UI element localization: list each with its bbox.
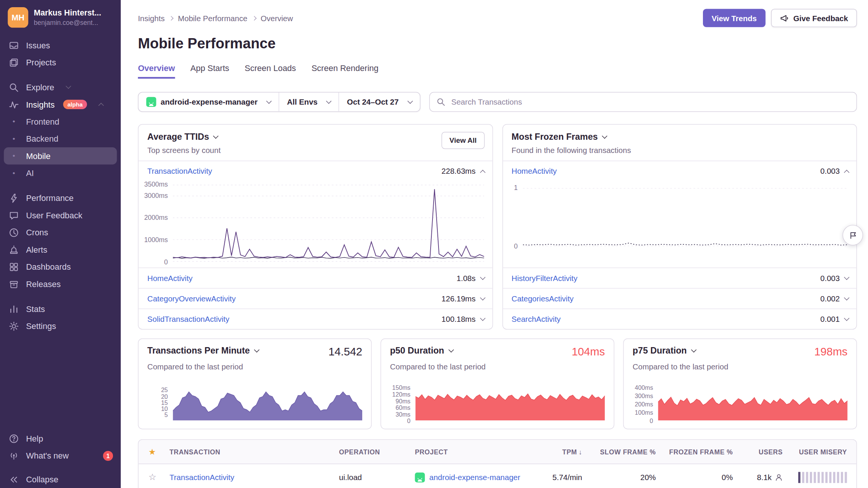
chevron-up-icon <box>99 103 104 108</box>
chevron-down-icon[interactable] <box>254 347 259 352</box>
project-link[interactable]: android-expense-manager <box>429 473 520 482</box>
column-transaction[interactable]: TRANSACTION <box>170 448 339 456</box>
sidebar-item-performance[interactable]: Performance <box>0 190 121 207</box>
sidebar-item-insights[interactable]: Insights alpha <box>0 96 121 113</box>
date-range-filter[interactable]: Oct 24–Oct 27 <box>338 93 420 111</box>
sidebar-item-alerts[interactable]: Alerts <box>0 241 121 258</box>
tab-screen-loads[interactable]: Screen Loads <box>245 63 296 79</box>
column-user-misery[interactable]: USER MISERY <box>783 448 856 456</box>
transaction-link[interactable]: HomeActivity <box>147 273 193 282</box>
frozen-y-axis: 10 <box>503 188 523 246</box>
chevron-down-icon[interactable] <box>213 133 219 139</box>
sidebar-subitem-label: Mobile <box>26 151 51 161</box>
users-cell: 8.1k <box>733 473 783 482</box>
breadcrumb-mobile-performance[interactable]: Mobile Performance <box>178 14 247 22</box>
frozen-value: 0.003 <box>820 167 840 175</box>
sidebar-item-help[interactable]: Help <box>0 430 121 447</box>
search-input[interactable] <box>450 97 850 107</box>
tpm-card-subtitle: Compared to the last period <box>147 362 362 371</box>
ttid-row-solidtransactionactivity[interactable]: SolidTransactionActivity 100.18ms <box>139 309 492 329</box>
transaction-link[interactable]: HomeActivity <box>511 167 557 175</box>
sidebar-item-releases[interactable]: Releases <box>0 275 121 292</box>
sort-arrow-icon: ↓ <box>579 448 582 456</box>
ttid-value: 1.08s <box>457 273 476 282</box>
broadcast-icon <box>9 451 19 460</box>
ttid-row-homeactivity[interactable]: HomeActivity 1.08s <box>139 267 492 288</box>
view-trends-button[interactable]: View Trends <box>703 9 766 27</box>
frozen-row-historyfilteractivity[interactable]: HistoryFilterActivity 0.003 <box>503 267 856 288</box>
chevron-right-icon <box>169 15 173 20</box>
transaction-link[interactable]: CategoriesActivity <box>511 294 573 303</box>
sidebar-item-ai[interactable]: • AI <box>4 165 117 182</box>
transaction-link[interactable]: CategoryOverviewActivity <box>147 294 236 303</box>
give-feedback-button[interactable]: Give Feedback <box>771 9 857 27</box>
sidebar-item-user-feedback[interactable]: User Feedback <box>0 207 121 224</box>
chevron-down-icon <box>326 98 332 104</box>
sidebar-item-label: Alerts <box>26 245 47 254</box>
search-transactions-box[interactable] <box>429 92 857 112</box>
star-icon: ★ <box>139 447 170 457</box>
sidebar-subitem-label: AI <box>26 168 34 178</box>
releases-icon <box>9 279 19 289</box>
sidebar-subitem-label: Frontend <box>26 117 59 126</box>
chevron-down-icon[interactable] <box>691 347 697 352</box>
bullet-icon: • <box>9 169 19 177</box>
ttid-value: 228.63ms <box>442 167 476 175</box>
sidebar-item-projects[interactable]: Projects <box>0 54 121 71</box>
chevron-down-icon[interactable] <box>448 347 454 352</box>
transaction-link[interactable]: TransactionActivity <box>147 167 212 175</box>
project-filter[interactable]: android-expense-manager <box>139 93 279 111</box>
tab-screen-rendering[interactable]: Screen Rendering <box>312 63 378 79</box>
p50-chart[interactable] <box>415 388 605 421</box>
sidebar-nav: Issues Projects Explore Insights alpha •… <box>0 37 121 335</box>
frozen-row-searchactivity[interactable]: SearchActivity 0.001 <box>503 309 856 329</box>
column-operation[interactable]: OPERATION <box>339 448 415 456</box>
environment-filter[interactable]: All Envs <box>279 93 339 111</box>
sidebar-item-crons[interactable]: Crons <box>0 224 121 241</box>
sidebar-item-whats-new[interactable]: What's new 1 <box>0 447 121 464</box>
frozen-frames-chart[interactable] <box>523 188 847 246</box>
transaction-link[interactable]: SearchActivity <box>511 315 561 323</box>
sidebar-item-issues[interactable]: Issues <box>0 37 121 54</box>
tpm-card: Transactions Per Minute 14.542 Compared … <box>138 338 372 429</box>
breadcrumb-overview[interactable]: Overview <box>261 14 293 22</box>
star-outline-icon[interactable]: ☆ <box>139 472 170 482</box>
breadcrumb-insights[interactable]: Insights <box>138 14 165 22</box>
p75-chart[interactable] <box>658 388 848 421</box>
sidebar-item-label: Issues <box>26 40 50 50</box>
frozen-row-categoriesactivity[interactable]: CategoriesActivity 0.002 <box>503 288 856 309</box>
sidebar-item-settings[interactable]: Settings <box>0 317 121 334</box>
tpm-chart[interactable] <box>173 388 363 421</box>
sidebar-item-dashboards[interactable]: Dashboards <box>0 258 121 275</box>
sidebar-item-frontend[interactable]: • Frontend <box>4 113 117 130</box>
column-users[interactable]: USERS <box>733 448 783 456</box>
frozen-panel-subtitle: Found in the following transactions <box>511 146 847 154</box>
ttid-row-categoryoverviewactivity[interactable]: CategoryOverviewActivity 126.19ms <box>139 288 492 309</box>
column-tpm[interactable]: TPM↓ <box>542 448 582 456</box>
sidebar-item-stats[interactable]: Stats <box>0 300 121 317</box>
tab-app-starts[interactable]: App Starts <box>190 63 229 79</box>
transaction-link[interactable]: SolidTransactionActivity <box>147 315 229 323</box>
p75-y-axis: 400ms300ms200ms100ms0 <box>633 388 658 421</box>
chevron-down-icon[interactable] <box>602 133 608 139</box>
sidebar-collapse-button[interactable]: Collapse <box>0 471 121 488</box>
sidebar-item-explore[interactable]: Explore <box>0 79 121 96</box>
avatar: MH <box>8 7 28 28</box>
sidebar-item-mobile[interactable]: • Mobile <box>4 147 117 164</box>
frozen-row-homeactivity[interactable]: HomeActivity 0.003 <box>503 161 856 181</box>
sidebar-item-label: Releases <box>26 279 61 289</box>
column-project[interactable]: PROJECT <box>415 448 542 456</box>
column-slow-frame[interactable]: SLOW FRAME % <box>582 448 656 456</box>
chevron-right-icon <box>252 15 256 20</box>
user-menu[interactable]: MH Markus Hinterst... benjamin.coe@sent.… <box>0 0 121 33</box>
ttid-row-transactionactivity[interactable]: TransactionActivity 228.63ms <box>139 161 492 181</box>
transaction-link[interactable]: TransactionActivity <box>170 473 235 482</box>
tab-overview[interactable]: Overview <box>138 63 175 79</box>
frozen-value: 0.003 <box>820 273 840 282</box>
transaction-link[interactable]: HistoryFilterActivity <box>511 273 578 282</box>
column-frozen-frame[interactable]: FROZEN FRAME % <box>656 448 733 456</box>
sidebar-item-backend[interactable]: • Backend <box>4 130 117 147</box>
view-all-button[interactable]: View All <box>442 132 484 149</box>
slideout-toggle-button[interactable] <box>843 225 863 245</box>
ttid-chart[interactable] <box>173 184 484 262</box>
